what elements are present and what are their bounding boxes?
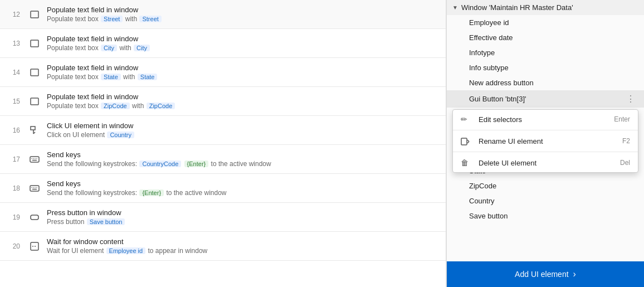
step-row-16[interactable]: 16 Click UI element in window Click on U… <box>0 116 446 145</box>
delete-shortcut: Del <box>620 159 630 167</box>
step-row-17[interactable]: 17 Send keys Send the following keystrok… <box>0 145 446 174</box>
step-tag1-20: Employee id <box>106 247 146 254</box>
rename-shortcut: F2 <box>622 137 630 145</box>
context-menu-rename-label: Rename UI element <box>479 137 543 145</box>
tree-item-employee-id[interactable]: Employee id <box>447 15 644 30</box>
tree-item-country[interactable]: Country <box>447 193 644 208</box>
step-content-20: Wait for window content Wait for UI elem… <box>47 237 439 255</box>
step-desc-12: Populate text box Street with Street <box>47 15 439 23</box>
tree-header[interactable]: ▼ Window 'Maintain HR Master Data' <box>447 0 644 15</box>
step-tag1-16: Country <box>107 132 134 138</box>
svg-rect-0 <box>31 11 38 18</box>
step-title-20: Wait for window content <box>47 237 439 246</box>
step-row-19[interactable]: 19 Press button in window Press button S… <box>0 203 446 232</box>
step-tag1-15: ZipCode <box>101 103 130 109</box>
step-title-15: Populate text field in window <box>47 93 439 101</box>
edit-shortcut: Enter <box>614 115 630 123</box>
step-desc-17: Send the following keystrokes: CountryCo… <box>47 160 439 168</box>
tree-item-label: Country <box>469 197 495 205</box>
add-ui-element-label: Add UI element <box>515 270 569 279</box>
step-title-19: Press button in window <box>47 208 439 217</box>
pencil-icon: ✏ <box>461 115 473 124</box>
step-number-12: 12 <box>0 11 28 18</box>
chevron-right-icon: › <box>573 269 576 279</box>
svg-rect-22 <box>461 138 467 145</box>
wait-icon-20 <box>28 242 41 251</box>
step-desc-14: Populate text box State with State <box>47 73 439 81</box>
step-number-17: 17 <box>0 155 28 163</box>
tree-item-label: Gui Button 'btn[3]' <box>469 95 526 103</box>
delete-icon: 🗑 <box>461 158 473 167</box>
context-menu-edit-label: Edit selectors <box>479 115 522 124</box>
ui-tree: ▼ Window 'Maintain HR Master Data' Emplo… <box>447 0 644 287</box>
step-content-16: Click UI element in window Click on UI e… <box>47 121 439 139</box>
step-row-18[interactable]: 18 Send keys Send the following keystrok… <box>0 174 446 203</box>
add-ui-element-button[interactable]: Add UI element › <box>447 261 644 287</box>
tree-item-label: Infotype <box>469 48 495 57</box>
svg-rect-19 <box>31 215 38 220</box>
tree-item-save-button[interactable]: Save button <box>447 208 644 223</box>
step-tag2-17: {Enter} <box>184 160 209 167</box>
step-content-14: Populate text field in window Populate t… <box>47 64 439 81</box>
context-menu: ✏ Edit selectors Enter Rename UI element… <box>452 109 638 173</box>
button-icon-19 <box>28 214 41 221</box>
step-desc-18: Send the following keystrokes: {Enter} t… <box>47 189 439 197</box>
rectangle-icon-12 <box>28 11 41 18</box>
step-number-13: 13 <box>0 40 28 47</box>
context-menu-rename[interactable]: Rename UI element F2 <box>453 132 638 150</box>
step-tag1-14: State <box>101 74 121 80</box>
step-content-19: Press button in window Press button Save… <box>47 208 439 226</box>
step-content-17: Send keys Send the following keystrokes:… <box>47 150 439 168</box>
menu-divider-1 <box>453 130 638 130</box>
step-number-14: 14 <box>0 69 28 76</box>
tree-item-label: Info subtype <box>469 64 509 72</box>
step-row-20[interactable]: 20 Wait for window content Wait for UI e… <box>0 232 446 261</box>
menu-divider-2 <box>453 152 638 152</box>
tree-item-zipcode[interactable]: ZipCode <box>447 178 644 193</box>
tree-item-effective-date[interactable]: Effective date <box>447 30 644 45</box>
step-content-12: Populate text field in window Populate t… <box>47 6 439 23</box>
tree-item-label: New address button <box>469 79 534 87</box>
step-tag2-14: State <box>138 74 158 80</box>
step-desc-16: Click on UI element Country <box>47 131 439 139</box>
step-tag1-18: {Enter} <box>139 189 164 196</box>
tree-item-label: ZipCode <box>469 182 496 190</box>
tree-header-label: Window 'Maintain HR Master Data' <box>461 3 573 12</box>
step-tag2-15: ZipCode <box>147 103 175 109</box>
tree-item-label: Employee id <box>469 18 509 27</box>
svg-rect-7 <box>30 157 39 162</box>
step-row-12[interactable]: 12 Populate text field in window Populat… <box>0 0 446 29</box>
step-row-13[interactable]: 13 Populate text field in window Populat… <box>0 29 446 58</box>
step-number-20: 20 <box>0 242 28 250</box>
context-menu-delete[interactable]: 🗑 Delete UI element Del <box>453 153 638 172</box>
step-number-15: 15 <box>0 98 28 105</box>
step-tag1-19: Save button <box>87 218 125 225</box>
svg-rect-3 <box>31 98 38 105</box>
right-panel: ▼ Window 'Maintain HR Master Data' Emplo… <box>446 0 644 287</box>
step-tag1-13: City <box>101 45 117 51</box>
rename-icon <box>461 137 473 145</box>
tree-item-info-subtype[interactable]: Info subtype <box>447 60 644 75</box>
click-icon-16 <box>28 126 41 135</box>
step-row-14[interactable]: 14 Populate text field in window Populat… <box>0 58 446 87</box>
tree-item-label: Effective date <box>469 33 513 42</box>
step-desc-19: Press button Save button <box>47 218 439 226</box>
three-dots-icon[interactable]: ⋮ <box>626 94 635 104</box>
rectangle-icon-14 <box>28 69 41 76</box>
step-tag2-13: City <box>134 45 150 51</box>
step-number-16: 16 <box>0 127 28 134</box>
context-menu-delete-label: Delete UI element <box>479 159 536 167</box>
keyboard-icon-18 <box>28 185 41 192</box>
tree-item-new-address-button[interactable]: New address button <box>447 75 644 90</box>
tree-item-infotype[interactable]: Infotype <box>447 45 644 60</box>
step-tag1-17: CountryCode <box>139 160 181 167</box>
context-menu-edit-selectors[interactable]: ✏ Edit selectors Enter <box>453 110 638 129</box>
step-title-13: Populate text field in window <box>47 35 439 43</box>
svg-line-24 <box>467 142 469 143</box>
svg-rect-4 <box>31 127 35 130</box>
step-tag1-12: Street <box>101 16 123 22</box>
svg-rect-2 <box>31 69 38 76</box>
tree-item-gui-button[interactable]: Gui Button 'btn[3]' ⋮ <box>447 90 644 108</box>
step-content-18: Send keys Send the following keystrokes:… <box>47 179 439 197</box>
step-row-15[interactable]: 15 Populate text field in window Populat… <box>0 87 446 116</box>
